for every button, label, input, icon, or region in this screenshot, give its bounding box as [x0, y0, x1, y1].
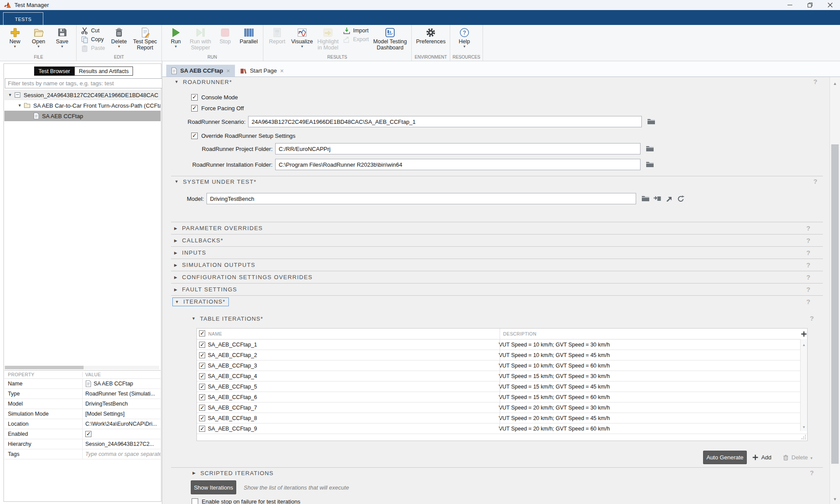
- main-scrollbar[interactable]: [830, 77, 840, 504]
- tree-expander-icon[interactable]: [17, 103, 23, 108]
- browse-folder-button[interactable]: [646, 117, 656, 126]
- help-icon[interactable]: [810, 315, 816, 322]
- toolbar-button[interactable]: Copy: [79, 35, 107, 44]
- toolbar-button[interactable]: New: [3, 25, 27, 49]
- toolbar-button[interactable]: ? Help: [452, 25, 476, 49]
- collapse-icon[interactable]: [174, 300, 180, 304]
- property-row[interactable]: Name SA AEB CCFtap: [4, 379, 161, 389]
- filter-input[interactable]: [5, 78, 165, 88]
- section-header[interactable]: INPUTS: [171, 247, 823, 259]
- iteration-checkbox[interactable]: [199, 426, 205, 432]
- property-placeholder[interactable]: Type comma or space separated tags: [85, 451, 161, 457]
- iteration-checkbox[interactable]: [199, 394, 205, 400]
- stop-on-failure-checkbox[interactable]: [192, 498, 198, 504]
- tab-tests[interactable]: TESTS: [3, 12, 43, 25]
- iteration-row[interactable]: SA_AEB_CCFtap_3 VUT Speed = 10 km/h; GVT…: [197, 360, 807, 371]
- tree-scrollbar-thumb[interactable]: [5, 366, 84, 369]
- section-table-iterations[interactable]: TABLE ITERATIONS*: [191, 315, 263, 322]
- iteration-row[interactable]: SA_AEB_CCFtap_9 VUT Speed = 20 km/h; GVT…: [197, 424, 807, 434]
- property-row[interactable]: Location C:\Work\24a\EuroNCAP\Dri...: [4, 419, 161, 429]
- toolbar-button[interactable]: Highlight in Model: [315, 25, 341, 51]
- help-icon[interactable]: [806, 286, 812, 294]
- add-column-button[interactable]: [801, 330, 807, 337]
- toolbar-button[interactable]: Report: [266, 25, 289, 45]
- tree-item[interactable]: Session_24A9643B127C2C49EA1966DE1BD48CAC: [4, 90, 161, 100]
- browse-model-button[interactable]: [640, 194, 650, 203]
- browse-folder-button[interactable]: [645, 144, 654, 153]
- expand-icon[interactable]: [191, 471, 197, 475]
- section-header[interactable]: CALLBACKS*: [171, 234, 823, 247]
- toolbar-button[interactable]: Run: [164, 25, 188, 49]
- iteration-checkbox[interactable]: [199, 415, 205, 421]
- section-scripted-iterations[interactable]: SCRIPTED ITERATIONS: [191, 469, 273, 477]
- expand-icon[interactable]: [173, 238, 179, 243]
- iteration-row[interactable]: SA_AEB_CCFtap_2 VUT Speed = 10 km/h; GVT…: [197, 350, 807, 360]
- tree-expander-icon[interactable]: [7, 93, 13, 97]
- section-system-under-test[interactable]: SYSTEM UNDER TEST*: [174, 178, 256, 186]
- show-iterations-button[interactable]: Show Iterations: [191, 480, 236, 494]
- auto-generate-button[interactable]: Auto Generate: [703, 451, 747, 464]
- expand-icon[interactable]: [173, 275, 179, 280]
- property-row[interactable]: Simulation Mode [Model Settings]: [4, 409, 161, 419]
- iteration-row[interactable]: SA_AEB_CCFtap_7 VUT Speed = 20 km/h; GVT…: [197, 402, 807, 413]
- scenario-field[interactable]: 24A9643B127C2C49EA1966DE1BD48CAC\SA_AEB_…: [248, 116, 642, 127]
- console-mode-checkbox[interactable]: [191, 94, 198, 101]
- section-roadrunner[interactable]: ROADRUNNER*: [174, 78, 232, 86]
- project-folder-field[interactable]: C:/RR/EuroNCAPPrj: [275, 143, 640, 154]
- tab-test-browser[interactable]: Test Browser: [34, 66, 74, 76]
- expand-icon[interactable]: [173, 263, 179, 267]
- property-row[interactable]: Hierarchy Session_24A9643B127C2...: [4, 439, 161, 449]
- help-icon[interactable]: [806, 261, 812, 269]
- delete-iteration-button[interactable]: Delete: [783, 451, 812, 464]
- toolbar-button[interactable]: Export: [341, 35, 371, 44]
- property-row[interactable]: Model DrivingTestBench: [4, 399, 161, 409]
- table-scrollbar[interactable]: [800, 339, 807, 431]
- toolbar-button[interactable]: Visualize: [289, 25, 315, 49]
- table-resize-grip[interactable]: [801, 434, 806, 440]
- toolbar-button[interactable]: Preferences: [414, 25, 448, 45]
- help-icon[interactable]: [810, 469, 816, 477]
- tree-item[interactable]: SA AEB Car-to-Car Front Turn-Across-Path…: [4, 100, 161, 111]
- override-checkbox[interactable]: [191, 133, 198, 139]
- expand-icon[interactable]: [173, 251, 179, 255]
- refresh-model-button[interactable]: [676, 194, 686, 203]
- browse-folder-button[interactable]: [645, 160, 654, 169]
- help-icon[interactable]: [806, 249, 812, 257]
- toolbar-button[interactable]: Paste: [79, 44, 107, 52]
- section-header[interactable]: FAULT SETTINGS: [171, 284, 823, 296]
- minimize-button[interactable]: [780, 0, 800, 10]
- section-iterations[interactable]: ITERATIONS*: [171, 296, 823, 308]
- toolbar-button[interactable]: Delete: [107, 25, 131, 49]
- install-folder-field[interactable]: C:\Program Files\RoadRunner R2023b\bin\w…: [275, 159, 640, 170]
- section-header[interactable]: SIMULATION OUTPUTS: [171, 259, 823, 271]
- scroll-up-icon[interactable]: [830, 79, 840, 87]
- open-model-button[interactable]: [664, 194, 674, 203]
- model-field[interactable]: DrivingTestBench: [206, 193, 636, 204]
- toolbar-button[interactable]: Open: [27, 25, 50, 49]
- iteration-checkbox[interactable]: [199, 352, 205, 358]
- toolbar-button[interactable]: Import: [341, 26, 371, 35]
- select-all-checkbox[interactable]: [199, 330, 205, 336]
- tab-start-page[interactable]: Start Page: [235, 65, 289, 77]
- property-row[interactable]: Tags Type comma or space separated tags: [4, 449, 161, 459]
- restore-button[interactable]: [800, 0, 820, 10]
- collapse-icon[interactable]: [191, 316, 197, 321]
- toolbar-button[interactable]: Cut: [79, 26, 107, 35]
- tree-horizontal-scrollbar[interactable]: [5, 366, 159, 369]
- iterations-focus-box[interactable]: ITERATIONS*: [172, 298, 229, 306]
- toolbar-button[interactable]: Stop: [214, 25, 237, 45]
- help-icon[interactable]: [806, 298, 812, 306]
- iteration-row[interactable]: SA_AEB_CCFtap_1 VUT Speed = 10 km/h; GVT…: [197, 340, 807, 350]
- toolbar-button[interactable]: Save: [50, 25, 74, 49]
- tree-item[interactable]: SA AEB CCFtap: [4, 111, 161, 121]
- expand-icon[interactable]: [173, 226, 179, 231]
- iteration-checkbox[interactable]: [199, 363, 205, 369]
- iteration-row[interactable]: SA_AEB_CCFtap_4 VUT Speed = 15 km/h; GVT…: [197, 371, 807, 382]
- toolbar-button[interactable]: Run with Stepper: [188, 25, 214, 51]
- enabled-checkbox[interactable]: [85, 431, 91, 437]
- scroll-down-icon[interactable]: [801, 422, 807, 430]
- section-header[interactable]: CONFIGURATION SETTINGS OVERRIDES: [171, 271, 823, 284]
- close-button[interactable]: [820, 0, 840, 10]
- iteration-row[interactable]: SA_AEB_CCFtap_6 VUT Speed = 15 km/h; GVT…: [197, 392, 807, 402]
- help-icon[interactable]: [806, 237, 812, 245]
